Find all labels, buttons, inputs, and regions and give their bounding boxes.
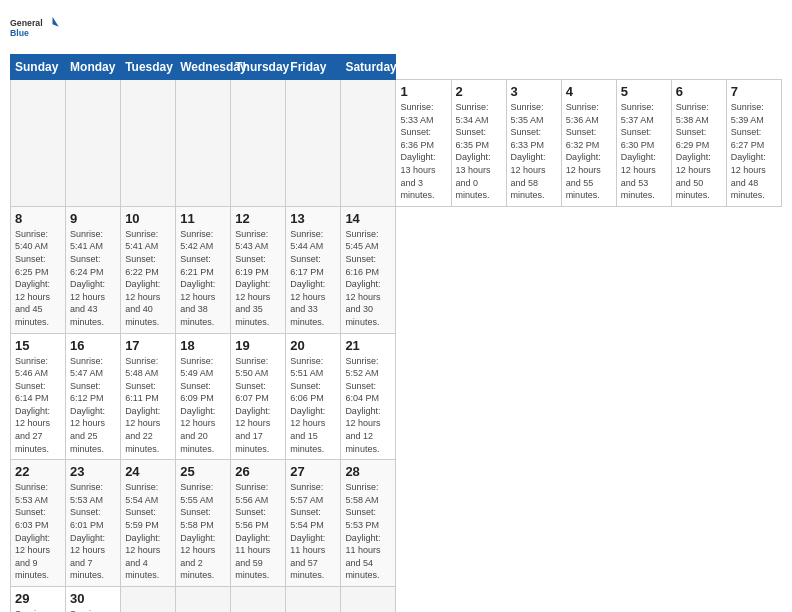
calendar-cell: 10 Sunrise: 5:41 AM Sunset: 6:22 PM Dayl… [121, 206, 176, 333]
calendar-cell: 27 Sunrise: 5:57 AM Sunset: 5:54 PM Dayl… [286, 460, 341, 587]
calendar-cell: 22 Sunrise: 5:53 AM Sunset: 6:03 PM Dayl… [11, 460, 66, 587]
col-header-sunday: Sunday [11, 55, 66, 80]
calendar-week-row: 15 Sunrise: 5:46 AM Sunset: 6:14 PM Dayl… [11, 333, 782, 460]
calendar-cell: 15 Sunrise: 5:46 AM Sunset: 6:14 PM Dayl… [11, 333, 66, 460]
day-info: Sunrise: 5:35 AM Sunset: 6:33 PM Dayligh… [511, 101, 557, 202]
col-header-thursday: Thursday [231, 55, 286, 80]
calendar-cell: 26 Sunrise: 5:56 AM Sunset: 5:56 PM Dayl… [231, 460, 286, 587]
day-number: 9 [70, 211, 116, 226]
day-info: Sunrise: 5:55 AM Sunset: 5:58 PM Dayligh… [180, 481, 226, 582]
calendar-cell: 30 Sunrise: 6:00 AM Sunset: 5:50 PM Dayl… [66, 587, 121, 613]
day-info: Sunrise: 5:57 AM Sunset: 5:54 PM Dayligh… [290, 481, 336, 582]
col-header-tuesday: Tuesday [121, 55, 176, 80]
calendar-cell: 11 Sunrise: 5:42 AM Sunset: 6:21 PM Dayl… [176, 206, 231, 333]
calendar-cell [121, 80, 176, 207]
calendar-cell: 9 Sunrise: 5:41 AM Sunset: 6:24 PM Dayli… [66, 206, 121, 333]
calendar-cell: 8 Sunrise: 5:40 AM Sunset: 6:25 PM Dayli… [11, 206, 66, 333]
day-info: Sunrise: 5:37 AM Sunset: 6:30 PM Dayligh… [621, 101, 667, 202]
calendar-cell: 6 Sunrise: 5:38 AM Sunset: 6:29 PM Dayli… [671, 80, 726, 207]
calendar-cell: 23 Sunrise: 5:53 AM Sunset: 6:01 PM Dayl… [66, 460, 121, 587]
day-info: Sunrise: 5:46 AM Sunset: 6:14 PM Dayligh… [15, 355, 61, 456]
logo-svg: General Blue [10, 10, 60, 46]
calendar-cell: 18 Sunrise: 5:49 AM Sunset: 6:09 PM Dayl… [176, 333, 231, 460]
day-number: 26 [235, 464, 281, 479]
calendar-cell: 29 Sunrise: 5:59 AM Sunset: 5:51 PM Dayl… [11, 587, 66, 613]
day-info: Sunrise: 5:41 AM Sunset: 6:24 PM Dayligh… [70, 228, 116, 329]
calendar-week-row: 29 Sunrise: 5:59 AM Sunset: 5:51 PM Dayl… [11, 587, 782, 613]
svg-marker-2 [53, 17, 59, 27]
day-info: Sunrise: 5:41 AM Sunset: 6:22 PM Dayligh… [125, 228, 171, 329]
day-number: 2 [456, 84, 502, 99]
calendar-cell: 19 Sunrise: 5:50 AM Sunset: 6:07 PM Dayl… [231, 333, 286, 460]
day-number: 23 [70, 464, 116, 479]
calendar-cell: 25 Sunrise: 5:55 AM Sunset: 5:58 PM Dayl… [176, 460, 231, 587]
calendar-cell: 28 Sunrise: 5:58 AM Sunset: 5:53 PM Dayl… [341, 460, 396, 587]
calendar-cell: 16 Sunrise: 5:47 AM Sunset: 6:12 PM Dayl… [66, 333, 121, 460]
svg-text:Blue: Blue [10, 28, 29, 38]
day-number: 29 [15, 591, 61, 606]
calendar-cell [121, 587, 176, 613]
day-info: Sunrise: 5:50 AM Sunset: 6:07 PM Dayligh… [235, 355, 281, 456]
day-info: Sunrise: 6:00 AM Sunset: 5:50 PM Dayligh… [70, 608, 116, 612]
day-number: 16 [70, 338, 116, 353]
day-info: Sunrise: 5:43 AM Sunset: 6:19 PM Dayligh… [235, 228, 281, 329]
day-number: 1 [400, 84, 446, 99]
calendar-cell: 14 Sunrise: 5:45 AM Sunset: 6:16 PM Dayl… [341, 206, 396, 333]
day-info: Sunrise: 5:47 AM Sunset: 6:12 PM Dayligh… [70, 355, 116, 456]
day-number: 10 [125, 211, 171, 226]
logo: General Blue [10, 10, 60, 46]
calendar-cell: 3 Sunrise: 5:35 AM Sunset: 6:33 PM Dayli… [506, 80, 561, 207]
day-number: 15 [15, 338, 61, 353]
day-number: 13 [290, 211, 336, 226]
calendar-cell: 1 Sunrise: 5:33 AM Sunset: 6:36 PM Dayli… [396, 80, 451, 207]
day-info: Sunrise: 5:45 AM Sunset: 6:16 PM Dayligh… [345, 228, 391, 329]
col-header-monday: Monday [66, 55, 121, 80]
day-info: Sunrise: 5:59 AM Sunset: 5:51 PM Dayligh… [15, 608, 61, 612]
calendar-cell: 7 Sunrise: 5:39 AM Sunset: 6:27 PM Dayli… [726, 80, 781, 207]
day-number: 22 [15, 464, 61, 479]
day-info: Sunrise: 5:51 AM Sunset: 6:06 PM Dayligh… [290, 355, 336, 456]
col-header-wednesday: Wednesday [176, 55, 231, 80]
calendar-cell: 12 Sunrise: 5:43 AM Sunset: 6:19 PM Dayl… [231, 206, 286, 333]
calendar-cell [231, 80, 286, 207]
day-number: 5 [621, 84, 667, 99]
day-number: 24 [125, 464, 171, 479]
day-info: Sunrise: 5:54 AM Sunset: 5:59 PM Dayligh… [125, 481, 171, 582]
day-info: Sunrise: 5:36 AM Sunset: 6:32 PM Dayligh… [566, 101, 612, 202]
col-header-friday: Friday [286, 55, 341, 80]
day-number: 17 [125, 338, 171, 353]
day-number: 3 [511, 84, 557, 99]
calendar-cell: 4 Sunrise: 5:36 AM Sunset: 6:32 PM Dayli… [561, 80, 616, 207]
day-number: 7 [731, 84, 777, 99]
day-info: Sunrise: 5:53 AM Sunset: 6:01 PM Dayligh… [70, 481, 116, 582]
calendar-cell [341, 80, 396, 207]
col-header-saturday: Saturday [341, 55, 396, 80]
day-info: Sunrise: 5:33 AM Sunset: 6:36 PM Dayligh… [400, 101, 446, 202]
day-number: 18 [180, 338, 226, 353]
day-info: Sunrise: 5:39 AM Sunset: 6:27 PM Dayligh… [731, 101, 777, 202]
day-number: 8 [15, 211, 61, 226]
calendar-week-row: 8 Sunrise: 5:40 AM Sunset: 6:25 PM Dayli… [11, 206, 782, 333]
calendar-header-row: SundayMondayTuesdayWednesdayThursdayFrid… [11, 55, 782, 80]
day-number: 14 [345, 211, 391, 226]
calendar-cell [176, 80, 231, 207]
day-number: 11 [180, 211, 226, 226]
calendar-cell [286, 80, 341, 207]
day-info: Sunrise: 5:38 AM Sunset: 6:29 PM Dayligh… [676, 101, 722, 202]
day-info: Sunrise: 5:48 AM Sunset: 6:11 PM Dayligh… [125, 355, 171, 456]
day-number: 27 [290, 464, 336, 479]
calendar-cell [341, 587, 396, 613]
calendar-cell [11, 80, 66, 207]
day-number: 19 [235, 338, 281, 353]
day-number: 20 [290, 338, 336, 353]
day-number: 25 [180, 464, 226, 479]
calendar-cell [286, 587, 341, 613]
day-info: Sunrise: 5:34 AM Sunset: 6:35 PM Dayligh… [456, 101, 502, 202]
day-info: Sunrise: 5:53 AM Sunset: 6:03 PM Dayligh… [15, 481, 61, 582]
calendar-cell: 2 Sunrise: 5:34 AM Sunset: 6:35 PM Dayli… [451, 80, 506, 207]
calendar-cell: 24 Sunrise: 5:54 AM Sunset: 5:59 PM Dayl… [121, 460, 176, 587]
day-info: Sunrise: 5:56 AM Sunset: 5:56 PM Dayligh… [235, 481, 281, 582]
calendar-cell: 21 Sunrise: 5:52 AM Sunset: 6:04 PM Dayl… [341, 333, 396, 460]
day-info: Sunrise: 5:49 AM Sunset: 6:09 PM Dayligh… [180, 355, 226, 456]
calendar-table: SundayMondayTuesdayWednesdayThursdayFrid… [10, 54, 782, 612]
